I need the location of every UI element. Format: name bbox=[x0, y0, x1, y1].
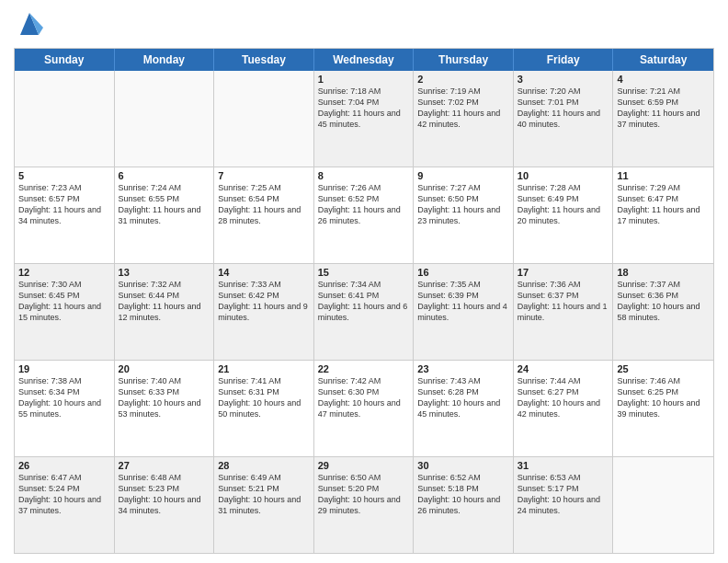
cal-header-saturday: Saturday bbox=[613, 49, 713, 71]
sunrise-text: Sunrise: 7:33 AM bbox=[218, 279, 310, 290]
sunrise-text: Sunrise: 7:27 AM bbox=[417, 182, 509, 193]
daylight-text: Daylight: 11 hours and 45 minutes. bbox=[318, 108, 410, 130]
sunrise-text: Sunrise: 7:20 AM bbox=[518, 86, 609, 97]
cal-cell bbox=[15, 71, 115, 167]
daylight-text: Daylight: 11 hours and 26 minutes. bbox=[318, 204, 410, 226]
sunset-text: Sunset: 6:27 PM bbox=[518, 386, 609, 397]
day-number: 7 bbox=[218, 170, 310, 181]
sunset-text: Sunset: 6:49 PM bbox=[518, 193, 609, 204]
sunrise-text: Sunrise: 7:19 AM bbox=[417, 86, 509, 97]
cal-cell: 17Sunrise: 7:36 AMSunset: 6:37 PMDayligh… bbox=[514, 264, 614, 360]
sunrise-text: Sunrise: 7:24 AM bbox=[119, 182, 210, 193]
cal-header-sunday: Sunday bbox=[15, 49, 115, 71]
sunset-text: Sunset: 5:18 PM bbox=[417, 483, 509, 494]
sunrise-text: Sunrise: 7:18 AM bbox=[318, 86, 410, 97]
cal-cell: 3Sunrise: 7:20 AMSunset: 7:01 PMDaylight… bbox=[514, 71, 614, 167]
sunset-text: Sunset: 6:30 PM bbox=[318, 386, 410, 397]
logo bbox=[14, 13, 43, 40]
daylight-text: Daylight: 10 hours and 31 minutes. bbox=[218, 494, 310, 516]
cal-cell bbox=[115, 71, 215, 167]
day-number: 1 bbox=[318, 74, 410, 85]
sunset-text: Sunset: 7:02 PM bbox=[417, 97, 509, 108]
cal-cell: 8Sunrise: 7:26 AMSunset: 6:52 PMDaylight… bbox=[314, 167, 415, 263]
cal-header-wednesday: Wednesday bbox=[314, 49, 415, 71]
day-number: 22 bbox=[318, 363, 410, 374]
day-number: 13 bbox=[119, 267, 210, 278]
cal-cell: 2Sunrise: 7:19 AMSunset: 7:02 PMDaylight… bbox=[414, 71, 514, 167]
sunrise-text: Sunrise: 7:29 AM bbox=[617, 182, 710, 193]
cal-cell: 9Sunrise: 7:27 AMSunset: 6:50 PMDaylight… bbox=[414, 167, 514, 263]
daylight-text: Daylight: 11 hours and 9 minutes. bbox=[218, 301, 310, 323]
day-number: 17 bbox=[518, 267, 609, 278]
sunset-text: Sunset: 6:50 PM bbox=[417, 193, 509, 204]
day-number: 3 bbox=[518, 74, 609, 85]
cal-cell bbox=[214, 71, 314, 167]
daylight-text: Daylight: 11 hours and 20 minutes. bbox=[518, 204, 609, 226]
day-number: 26 bbox=[18, 460, 110, 471]
day-number: 30 bbox=[417, 460, 509, 471]
daylight-text: Daylight: 10 hours and 37 minutes. bbox=[18, 494, 110, 516]
day-number: 6 bbox=[119, 170, 210, 181]
sunrise-text: Sunrise: 6:48 AM bbox=[119, 472, 210, 483]
sunset-text: Sunset: 6:28 PM bbox=[417, 386, 509, 397]
cal-cell: 29Sunrise: 6:50 AMSunset: 5:20 PMDayligh… bbox=[314, 457, 415, 553]
daylight-text: Daylight: 10 hours and 58 minutes. bbox=[617, 301, 710, 323]
cal-week-1: 5Sunrise: 7:23 AMSunset: 6:57 PMDaylight… bbox=[15, 167, 713, 264]
sunset-text: Sunset: 7:01 PM bbox=[518, 97, 609, 108]
cal-cell: 15Sunrise: 7:34 AMSunset: 6:41 PMDayligh… bbox=[314, 264, 415, 360]
cal-cell bbox=[613, 457, 713, 553]
daylight-text: Daylight: 10 hours and 26 minutes. bbox=[417, 494, 509, 516]
daylight-text: Daylight: 11 hours and 42 minutes. bbox=[417, 108, 509, 130]
daylight-text: Daylight: 10 hours and 50 minutes. bbox=[218, 397, 310, 419]
sunrise-text: Sunrise: 6:49 AM bbox=[218, 472, 310, 483]
calendar-header-row: SundayMondayTuesdayWednesdayThursdayFrid… bbox=[15, 49, 713, 71]
cal-cell: 11Sunrise: 7:29 AMSunset: 6:47 PMDayligh… bbox=[613, 167, 713, 263]
cal-cell: 1Sunrise: 7:18 AMSunset: 7:04 PMDaylight… bbox=[314, 71, 415, 167]
daylight-text: Daylight: 10 hours and 42 minutes. bbox=[518, 397, 609, 419]
cal-header-thursday: Thursday bbox=[414, 49, 514, 71]
cal-cell: 22Sunrise: 7:42 AMSunset: 6:30 PMDayligh… bbox=[314, 361, 415, 456]
cal-cell: 30Sunrise: 6:52 AMSunset: 5:18 PMDayligh… bbox=[414, 457, 514, 553]
calendar: SundayMondayTuesdayWednesdayThursdayFrid… bbox=[14, 48, 714, 554]
cal-cell: 18Sunrise: 7:37 AMSunset: 6:36 PMDayligh… bbox=[613, 264, 713, 360]
sunrise-text: Sunrise: 6:53 AM bbox=[518, 472, 609, 483]
sunrise-text: Sunrise: 7:40 AM bbox=[119, 375, 210, 386]
day-number: 27 bbox=[119, 460, 210, 471]
sunset-text: Sunset: 6:31 PM bbox=[218, 386, 310, 397]
daylight-text: Daylight: 11 hours and 37 minutes. bbox=[617, 108, 710, 130]
sunset-text: Sunset: 6:42 PM bbox=[218, 290, 310, 301]
sunset-text: Sunset: 6:34 PM bbox=[18, 386, 110, 397]
logo-icon bbox=[16, 9, 43, 40]
cal-cell: 13Sunrise: 7:32 AMSunset: 6:44 PMDayligh… bbox=[115, 264, 215, 360]
page: SundayMondayTuesdayWednesdayThursdayFrid… bbox=[0, 0, 728, 563]
cal-week-4: 26Sunrise: 6:47 AMSunset: 5:24 PMDayligh… bbox=[15, 457, 713, 553]
daylight-text: Daylight: 11 hours and 34 minutes. bbox=[18, 204, 110, 226]
sunset-text: Sunset: 5:24 PM bbox=[18, 483, 110, 494]
sunset-text: Sunset: 6:37 PM bbox=[518, 290, 609, 301]
daylight-text: Daylight: 11 hours and 4 minutes. bbox=[417, 301, 509, 323]
day-number: 23 bbox=[417, 363, 509, 374]
daylight-text: Daylight: 10 hours and 39 minutes. bbox=[617, 397, 710, 419]
daylight-text: Daylight: 10 hours and 34 minutes. bbox=[119, 494, 210, 516]
cal-week-0: 1Sunrise: 7:18 AMSunset: 7:04 PMDaylight… bbox=[15, 71, 713, 167]
cal-cell: 28Sunrise: 6:49 AMSunset: 5:21 PMDayligh… bbox=[214, 457, 314, 553]
cal-header-friday: Friday bbox=[514, 49, 614, 71]
sunrise-text: Sunrise: 7:30 AM bbox=[18, 279, 110, 290]
sunset-text: Sunset: 6:33 PM bbox=[119, 386, 210, 397]
sunrise-text: Sunrise: 7:38 AM bbox=[18, 375, 110, 386]
cal-week-3: 19Sunrise: 7:38 AMSunset: 6:34 PMDayligh… bbox=[15, 361, 713, 457]
cal-header-tuesday: Tuesday bbox=[214, 49, 314, 71]
cal-cell: 20Sunrise: 7:40 AMSunset: 6:33 PMDayligh… bbox=[115, 361, 215, 456]
cal-cell: 16Sunrise: 7:35 AMSunset: 6:39 PMDayligh… bbox=[414, 264, 514, 360]
day-number: 4 bbox=[617, 74, 710, 85]
header bbox=[14, 9, 714, 40]
cal-cell: 31Sunrise: 6:53 AMSunset: 5:17 PMDayligh… bbox=[514, 457, 614, 553]
daylight-text: Daylight: 10 hours and 45 minutes. bbox=[417, 397, 509, 419]
calendar-body: 1Sunrise: 7:18 AMSunset: 7:04 PMDaylight… bbox=[15, 71, 713, 553]
sunset-text: Sunset: 6:45 PM bbox=[18, 290, 110, 301]
sunrise-text: Sunrise: 7:32 AM bbox=[119, 279, 210, 290]
daylight-text: Daylight: 11 hours and 17 minutes. bbox=[617, 204, 710, 226]
cal-cell: 27Sunrise: 6:48 AMSunset: 5:23 PMDayligh… bbox=[115, 457, 215, 553]
cal-cell: 5Sunrise: 7:23 AMSunset: 6:57 PMDaylight… bbox=[15, 167, 115, 263]
cal-cell: 25Sunrise: 7:46 AMSunset: 6:25 PMDayligh… bbox=[613, 361, 713, 456]
